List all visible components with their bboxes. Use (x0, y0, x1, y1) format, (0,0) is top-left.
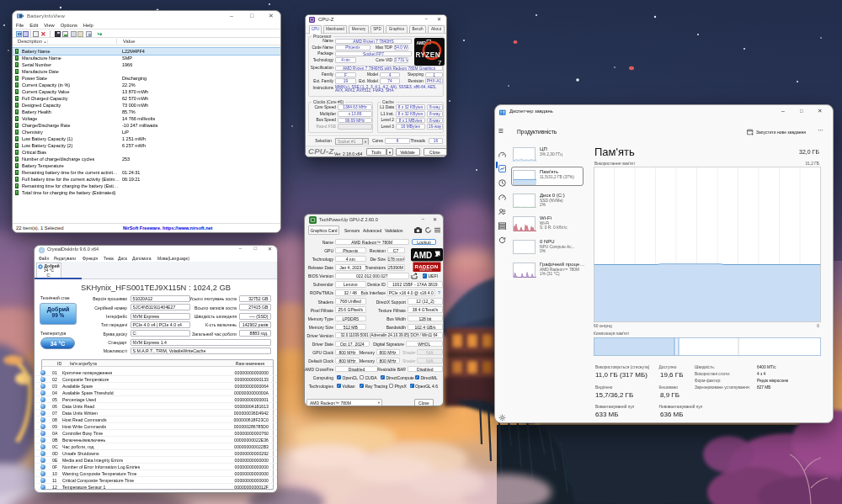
svg-text:AMD: AMD (413, 251, 432, 260)
svg-text:GRAPHICS: GRAPHICS (419, 268, 432, 272)
svg-text:RYZEN: RYZEN (416, 51, 440, 59)
svg-text:7: 7 (438, 59, 442, 66)
